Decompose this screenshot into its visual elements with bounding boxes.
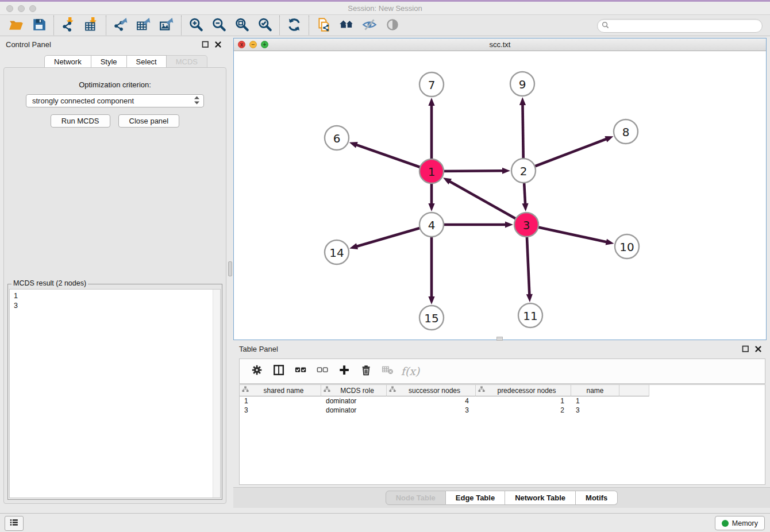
zoom-selected-button[interactable] [253, 16, 276, 34]
close-panel-button[interactable]: Close panel [118, 114, 180, 128]
column-layout-button[interactable] [270, 361, 289, 381]
clone-network-button[interactable] [312, 16, 335, 34]
zoom-out-button[interactable] [207, 16, 230, 34]
edge-1-6[interactable] [349, 142, 432, 171]
first-neighbors-icon [339, 17, 354, 34]
horizontal-splitter-handle[interactable] [496, 337, 503, 341]
network-close-button[interactable]: x [238, 41, 245, 48]
graph-node-9[interactable]: 9 [510, 72, 534, 96]
zoom-fit-icon [234, 17, 249, 34]
edge-2-8[interactable] [523, 136, 614, 171]
search-input[interactable] [611, 20, 762, 32]
table-close-panel-icon[interactable] [754, 345, 762, 353]
graph-node-15[interactable]: 15 [419, 306, 444, 330]
table-row[interactable]: 3dominator323 [240, 406, 765, 415]
tab-edge-table[interactable]: Edge Table [446, 491, 505, 505]
deselect-all-columns-button[interactable] [313, 361, 333, 381]
tab-network[interactable]: Network [44, 55, 91, 68]
result-scrollbar[interactable] [213, 290, 220, 498]
close-panel-icon[interactable] [214, 41, 222, 48]
table-float-panel-icon[interactable] [742, 345, 749, 353]
open-file-button[interactable] [5, 16, 28, 34]
refresh-button[interactable] [283, 16, 306, 34]
network-minimize-button[interactable]: − [249, 41, 257, 48]
column-header-MCDS-role[interactable]: MCDS role [321, 385, 387, 396]
network-canvas[interactable]: 7968124314101511 [234, 51, 766, 341]
search-icon [602, 21, 609, 30]
cell-MCDS-role[interactable]: dominator [321, 406, 387, 415]
criterion-select[interactable]: strongly connected component [26, 94, 204, 107]
memory-button[interactable]: Memory [715, 516, 765, 530]
zoom-in-button[interactable] [184, 16, 207, 34]
column-header-predecessor-nodes[interactable]: predecessor nodes [476, 385, 571, 396]
task-history-button[interactable] [5, 516, 24, 531]
tab-select[interactable]: Select [127, 55, 167, 68]
import-network-button[interactable] [57, 16, 80, 34]
column-header-name[interactable]: name [571, 385, 619, 396]
graph-node-6[interactable]: 6 [325, 126, 349, 150]
column-header-shared-name[interactable]: shared name [240, 385, 321, 396]
zoom-fit-button[interactable] [230, 16, 253, 34]
graph-node-1[interactable]: 1 [419, 159, 444, 183]
node-label: 6 [333, 132, 341, 145]
cell-predecessor-nodes[interactable]: 1 [476, 396, 571, 406]
search-field[interactable] [597, 19, 763, 33]
cell-predecessor-nodes[interactable]: 2 [476, 406, 571, 415]
open-file-icon [9, 17, 24, 34]
cell-MCDS-role[interactable]: dominator [321, 396, 387, 406]
zoom-out-icon [211, 17, 226, 34]
run-mcds-button[interactable]: Run MCDS [51, 114, 110, 128]
save-session-button[interactable] [28, 16, 51, 34]
edge-4-14[interactable] [349, 225, 432, 249]
first-neighbors-button[interactable] [335, 16, 358, 34]
cell-name[interactable]: 1 [571, 396, 619, 406]
hide-selected-button[interactable] [358, 16, 381, 34]
tab-network-table[interactable]: Network Table [505, 491, 576, 505]
node-label: 8 [622, 125, 630, 139]
import-table-button[interactable] [80, 16, 103, 34]
function-builder-icon: f(x) [401, 365, 420, 377]
graph-node-14[interactable]: 14 [325, 240, 349, 264]
control-panel-title: Control Panel [6, 40, 51, 49]
graph-node-10[interactable]: 10 [615, 234, 639, 259]
cell-shared-name[interactable]: 3 [240, 406, 321, 415]
delete-column-button[interactable] [357, 361, 376, 381]
graph-node-4[interactable]: 4 [419, 213, 444, 237]
graph-node-2[interactable]: 2 [511, 159, 536, 183]
add-column-button[interactable] [335, 361, 355, 381]
vertical-splitter-handle[interactable] [228, 261, 232, 276]
cell-shared-name[interactable]: 1 [240, 396, 321, 406]
graph-node-11[interactable]: 11 [518, 303, 542, 327]
table-settings-button[interactable] [248, 361, 267, 381]
node-label: 3 [523, 218, 530, 232]
cell-successor-nodes[interactable]: 4 [387, 396, 476, 406]
export-table-button[interactable] [132, 16, 155, 34]
tab-node-table[interactable]: Node Table [386, 491, 446, 505]
tree-icon [242, 386, 249, 395]
column-header-successor-nodes[interactable]: successor nodes [387, 385, 476, 396]
memory-button-label: Memory [732, 519, 758, 527]
toolbar-separator [53, 16, 54, 35]
table-row[interactable]: 1dominator411 [240, 396, 765, 406]
export-image-button[interactable] [155, 16, 178, 34]
tab-mcds[interactable]: MCDS [167, 55, 207, 68]
cell-name[interactable]: 3 [571, 406, 619, 415]
show-all-button[interactable] [381, 16, 404, 34]
network-zoom-button[interactable]: + [261, 41, 268, 48]
float-panel-icon[interactable] [202, 41, 209, 48]
select-all-columns-button[interactable] [291, 361, 311, 381]
edge-3-1[interactable] [443, 178, 526, 225]
graph-node-8[interactable]: 8 [614, 119, 638, 144]
network-window-titlebar[interactable]: x − + scc.txt [234, 38, 766, 51]
mcds-result-list[interactable]: 13 [10, 290, 213, 498]
table-body: 1dominator4113dominator323 [240, 396, 765, 415]
window-titlebar: Session: New Session [0, 0, 770, 15]
tab-motifs[interactable]: Motifs [576, 491, 618, 505]
edge-3-10[interactable] [526, 225, 614, 245]
graph-node-7[interactable]: 7 [419, 72, 444, 97]
refresh-icon [287, 17, 302, 34]
cell-successor-nodes[interactable]: 3 [387, 406, 476, 415]
export-network-button[interactable] [109, 16, 132, 34]
graph-node-3[interactable]: 3 [514, 213, 538, 237]
tab-style[interactable]: Style [91, 55, 127, 68]
